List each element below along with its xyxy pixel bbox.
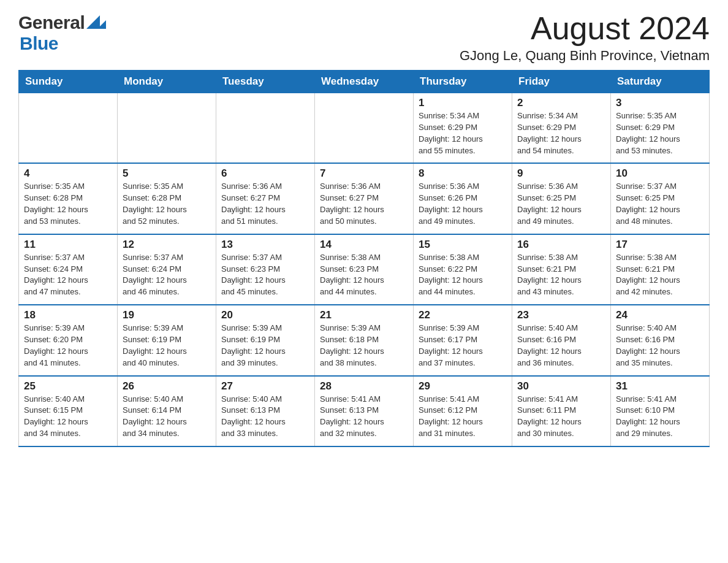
- header: General Blue August 2024 GJong Le, Quang…: [18, 12, 710, 64]
- day-number: 24: [616, 309, 704, 321]
- day-number: 1: [419, 97, 507, 109]
- calendar-cell: 27Sunrise: 5:40 AM Sunset: 6:13 PM Dayli…: [216, 376, 315, 446]
- day-number: 2: [517, 97, 605, 109]
- day-info: Sunrise: 5:34 AM Sunset: 6:29 PM Dayligh…: [419, 110, 507, 156]
- week-row-5: 25Sunrise: 5:40 AM Sunset: 6:15 PM Dayli…: [19, 376, 710, 446]
- calendar-cell: 22Sunrise: 5:39 AM Sunset: 6:17 PM Dayli…: [414, 305, 512, 375]
- calendar-cell: [19, 93, 118, 164]
- calendar-cell: 23Sunrise: 5:40 AM Sunset: 6:16 PM Dayli…: [512, 305, 611, 375]
- day-info: Sunrise: 5:40 AM Sunset: 6:16 PM Dayligh…: [517, 323, 605, 369]
- day-info: Sunrise: 5:35 AM Sunset: 6:29 PM Dayligh…: [616, 110, 704, 156]
- calendar-cell: 21Sunrise: 5:39 AM Sunset: 6:18 PM Dayli…: [315, 305, 414, 375]
- calendar-cell: 20Sunrise: 5:39 AM Sunset: 6:19 PM Dayli…: [216, 305, 315, 375]
- title-area: August 2024 GJong Le, Quang Binh Provinc…: [460, 12, 710, 64]
- day-number: 10: [616, 167, 704, 180]
- day-number: 25: [24, 380, 112, 393]
- day-number: 19: [123, 309, 211, 321]
- day-info: Sunrise: 5:41 AM Sunset: 6:13 PM Dayligh…: [320, 394, 408, 440]
- day-info: Sunrise: 5:36 AM Sunset: 6:27 PM Dayligh…: [221, 181, 309, 227]
- day-info: Sunrise: 5:39 AM Sunset: 6:19 PM Dayligh…: [123, 323, 211, 369]
- calendar-cell: 8Sunrise: 5:36 AM Sunset: 6:26 PM Daylig…: [414, 163, 512, 234]
- svg-marker-1: [97, 20, 106, 29]
- day-number: 13: [221, 239, 309, 251]
- calendar-cell: 1Sunrise: 5:34 AM Sunset: 6:29 PM Daylig…: [414, 93, 512, 164]
- calendar-cell: 29Sunrise: 5:41 AM Sunset: 6:12 PM Dayli…: [414, 376, 512, 446]
- day-number: 31: [616, 380, 704, 393]
- day-number: 14: [320, 239, 408, 251]
- day-number: 8: [419, 167, 507, 180]
- calendar-cell: 26Sunrise: 5:40 AM Sunset: 6:14 PM Dayli…: [118, 376, 216, 446]
- location-title: GJong Le, Quang Binh Province, Vietnam: [460, 48, 710, 64]
- calendar-cell: 15Sunrise: 5:38 AM Sunset: 6:22 PM Dayli…: [414, 234, 512, 305]
- week-row-3: 11Sunrise: 5:37 AM Sunset: 6:24 PM Dayli…: [19, 234, 710, 305]
- day-info: Sunrise: 5:34 AM Sunset: 6:29 PM Dayligh…: [517, 110, 605, 156]
- calendar-body: 1Sunrise: 5:34 AM Sunset: 6:29 PM Daylig…: [19, 93, 710, 446]
- day-info: Sunrise: 5:38 AM Sunset: 6:23 PM Dayligh…: [320, 252, 408, 298]
- day-number: 12: [123, 239, 211, 251]
- logo-triangle2-icon: [97, 20, 106, 29]
- calendar-cell: 25Sunrise: 5:40 AM Sunset: 6:15 PM Dayli…: [19, 376, 118, 446]
- day-info: Sunrise: 5:38 AM Sunset: 6:21 PM Dayligh…: [616, 252, 704, 298]
- day-number: 21: [320, 309, 408, 321]
- month-title: August 2024: [460, 12, 710, 44]
- day-number: 18: [24, 309, 112, 321]
- day-info: Sunrise: 5:36 AM Sunset: 6:25 PM Dayligh…: [517, 181, 605, 227]
- calendar-cell: [216, 93, 315, 164]
- day-info: Sunrise: 5:38 AM Sunset: 6:22 PM Dayligh…: [419, 252, 507, 298]
- day-info: Sunrise: 5:37 AM Sunset: 6:24 PM Dayligh…: [123, 252, 211, 298]
- calendar-cell: 4Sunrise: 5:35 AM Sunset: 6:28 PM Daylig…: [19, 163, 118, 234]
- calendar-cell: 16Sunrise: 5:38 AM Sunset: 6:21 PM Dayli…: [512, 234, 611, 305]
- day-info: Sunrise: 5:37 AM Sunset: 6:25 PM Dayligh…: [616, 181, 704, 227]
- day-number: 29: [419, 380, 507, 393]
- calendar: SundayMondayTuesdayWednesdayThursdayFrid…: [18, 70, 710, 447]
- day-number: 5: [123, 167, 211, 180]
- logo-blue-label: Blue: [20, 33, 58, 54]
- calendar-header: SundayMondayTuesdayWednesdayThursdayFrid…: [19, 71, 710, 93]
- day-number: 4: [24, 167, 112, 180]
- day-info: Sunrise: 5:41 AM Sunset: 6:11 PM Dayligh…: [517, 394, 605, 440]
- calendar-cell: [118, 93, 216, 164]
- day-number: 23: [517, 309, 605, 321]
- calendar-cell: 24Sunrise: 5:40 AM Sunset: 6:16 PM Dayli…: [611, 305, 710, 375]
- calendar-cell: 11Sunrise: 5:37 AM Sunset: 6:24 PM Dayli…: [19, 234, 118, 305]
- day-info: Sunrise: 5:40 AM Sunset: 6:13 PM Dayligh…: [221, 394, 309, 440]
- calendar-cell: 28Sunrise: 5:41 AM Sunset: 6:13 PM Dayli…: [315, 376, 414, 446]
- logo: General Blue: [18, 12, 106, 54]
- calendar-cell: 13Sunrise: 5:37 AM Sunset: 6:23 PM Dayli…: [216, 234, 315, 305]
- calendar-cell: 9Sunrise: 5:36 AM Sunset: 6:25 PM Daylig…: [512, 163, 611, 234]
- day-number: 7: [320, 167, 408, 180]
- day-info: Sunrise: 5:40 AM Sunset: 6:15 PM Dayligh…: [24, 394, 112, 440]
- day-info: Sunrise: 5:40 AM Sunset: 6:16 PM Dayligh…: [616, 323, 704, 369]
- calendar-cell: 5Sunrise: 5:35 AM Sunset: 6:28 PM Daylig…: [118, 163, 216, 234]
- calendar-cell: 31Sunrise: 5:41 AM Sunset: 6:10 PM Dayli…: [611, 376, 710, 446]
- calendar-cell: 30Sunrise: 5:41 AM Sunset: 6:11 PM Dayli…: [512, 376, 611, 446]
- calendar-cell: 12Sunrise: 5:37 AM Sunset: 6:24 PM Dayli…: [118, 234, 216, 305]
- day-number: 6: [221, 167, 309, 180]
- day-number: 26: [123, 380, 211, 393]
- day-info: Sunrise: 5:39 AM Sunset: 6:19 PM Dayligh…: [221, 323, 309, 369]
- day-number: 17: [616, 239, 704, 251]
- calendar-cell: 14Sunrise: 5:38 AM Sunset: 6:23 PM Dayli…: [315, 234, 414, 305]
- day-number: 28: [320, 380, 408, 393]
- day-info: Sunrise: 5:36 AM Sunset: 6:27 PM Dayligh…: [320, 181, 408, 227]
- day-info: Sunrise: 5:37 AM Sunset: 6:24 PM Dayligh…: [24, 252, 112, 298]
- day-header-sunday: Sunday: [19, 71, 118, 93]
- day-number: 3: [616, 97, 704, 109]
- calendar-cell: 6Sunrise: 5:36 AM Sunset: 6:27 PM Daylig…: [216, 163, 315, 234]
- day-info: Sunrise: 5:41 AM Sunset: 6:10 PM Dayligh…: [616, 394, 704, 440]
- day-info: Sunrise: 5:37 AM Sunset: 6:23 PM Dayligh…: [221, 252, 309, 298]
- day-info: Sunrise: 5:38 AM Sunset: 6:21 PM Dayligh…: [517, 252, 605, 298]
- days-of-week-row: SundayMondayTuesdayWednesdayThursdayFrid…: [19, 71, 710, 93]
- day-header-monday: Monday: [118, 71, 216, 93]
- day-number: 15: [419, 239, 507, 251]
- day-header-saturday: Saturday: [611, 71, 710, 93]
- logo-general-text: General: [18, 12, 106, 33]
- calendar-cell: 18Sunrise: 5:39 AM Sunset: 6:20 PM Dayli…: [19, 305, 118, 375]
- day-header-tuesday: Tuesday: [216, 71, 315, 93]
- week-row-4: 18Sunrise: 5:39 AM Sunset: 6:20 PM Dayli…: [19, 305, 710, 375]
- calendar-cell: 10Sunrise: 5:37 AM Sunset: 6:25 PM Dayli…: [611, 163, 710, 234]
- day-number: 20: [221, 309, 309, 321]
- week-row-1: 1Sunrise: 5:34 AM Sunset: 6:29 PM Daylig…: [19, 93, 710, 164]
- day-number: 11: [24, 239, 112, 251]
- calendar-cell: 19Sunrise: 5:39 AM Sunset: 6:19 PM Dayli…: [118, 305, 216, 375]
